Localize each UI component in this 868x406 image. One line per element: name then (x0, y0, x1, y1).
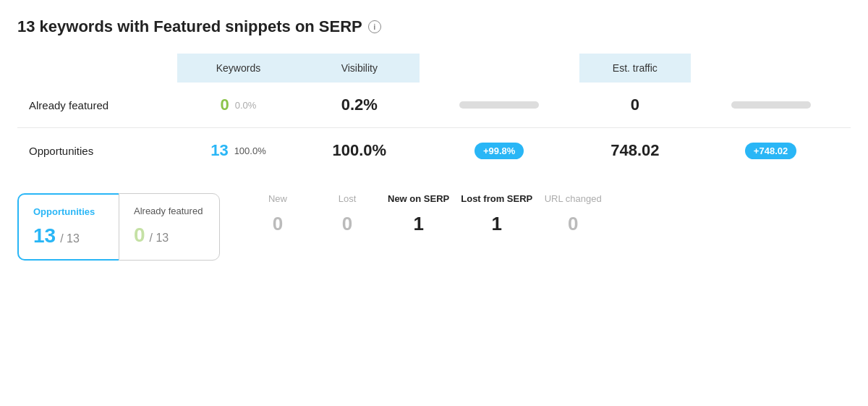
card-denom-opportunities: / 13 (60, 232, 80, 245)
card-value-opportunities: 13 (33, 224, 56, 248)
col-header-badge (691, 54, 851, 83)
card-group: Opportunities 13 / 13 Already featured 0… (17, 193, 220, 261)
main-table: Keywords Visibility Est. traffic Already… (17, 54, 851, 173)
row-keywords-opportunities: 13 100.0% (177, 128, 299, 174)
bottom-section: Opportunities 13 / 13 Already featured 0… (17, 193, 851, 261)
row-label-opportunities: Opportunities (17, 128, 177, 174)
stat-value-lost-from-serp: 1 (492, 213, 502, 235)
row-traffic-already-featured: 0 (579, 83, 691, 128)
row-visibility-opportunities: 100.0% (299, 128, 420, 174)
card-value-row-opportunities: 13 / 13 (33, 224, 104, 248)
stat-value-url-changed: 0 (568, 213, 578, 235)
stat-label-new: New (268, 193, 287, 204)
stat-label-lost: Lost (339, 193, 357, 204)
stat-col-new: New 0 (249, 193, 307, 235)
card-value-already-featured: 0 (134, 224, 145, 247)
stat-col-url-changed: URL changed 0 (544, 193, 602, 235)
row-traffic-badge-opportunities: +748.02 (691, 128, 851, 174)
table-row: Opportunities 13 100.0% 100.0% +99.8% 74… (17, 128, 851, 174)
row-traffic-opportunities: 748.02 (579, 128, 691, 174)
stat-col-lost-from-serp: Lost from SERP 1 (461, 193, 532, 235)
row-bar-already-featured (420, 83, 579, 128)
row-badge-already-featured (691, 83, 851, 128)
traffic-badge: +748.02 (745, 143, 796, 159)
bar-gray (459, 101, 539, 109)
title-text: 13 keywords with Featured snippets on SE… (17, 17, 362, 36)
stat-col-lost: Lost 0 (318, 193, 376, 235)
row-bar-opportunities: +99.8% (420, 128, 579, 174)
row-visibility-already-featured: 0.2% (299, 83, 420, 128)
traffic-bar-gray (731, 101, 811, 109)
stat-label-new-on-serp: New on SERP (388, 193, 449, 204)
card-label-already-featured: Already featured (134, 206, 205, 216)
stats-row: New 0 Lost 0 New on SERP 1 Lost from SER… (249, 193, 613, 235)
stat-value-new-on-serp: 1 (413, 213, 423, 235)
row-label-already-featured: Already featured (17, 83, 177, 128)
kw-count: 0 (221, 96, 229, 114)
card-already-featured[interactable]: Already featured 0 / 13 (119, 193, 220, 261)
col-header-keywords: Keywords (177, 54, 299, 83)
col-header-visibility: Visibility (299, 54, 420, 83)
col-header-empty (17, 54, 177, 83)
col-header-bar (420, 54, 579, 83)
stat-col-new-on-serp: New on SERP 1 (388, 193, 449, 235)
visibility-badge: +99.8% (475, 143, 524, 159)
card-opportunities[interactable]: Opportunities 13 / 13 (17, 193, 119, 261)
kw-count-blue: 13 (210, 141, 228, 160)
stat-value-lost: 0 (342, 213, 352, 235)
card-label-opportunities: Opportunities (33, 206, 104, 217)
stat-label-lost-from-serp: Lost from SERP (461, 193, 532, 204)
stat-label-url-changed: URL changed (545, 193, 602, 204)
card-denom-already-featured: / 13 (150, 232, 169, 245)
col-header-est-traffic: Est. traffic (579, 54, 691, 83)
info-icon[interactable]: i (368, 20, 381, 33)
row-keywords-already-featured: 0 0.0% (177, 83, 299, 128)
kw-pct-dark: 100.0% (234, 145, 266, 156)
kw-pct: 0.0% (235, 100, 257, 111)
stat-value-new: 0 (273, 213, 283, 235)
table-row: Already featured 0 0.0% 0.2% 0 (17, 83, 851, 128)
card-value-row-already-featured: 0 / 13 (134, 224, 205, 247)
page-title: 13 keywords with Featured snippets on SE… (17, 17, 851, 36)
